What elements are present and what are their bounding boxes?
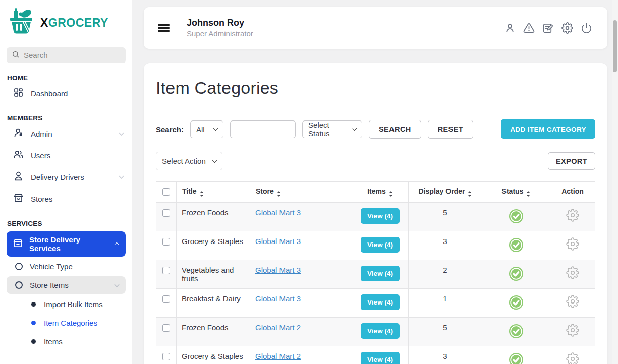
select-all-checkbox[interactable] [162,188,170,196]
row-checkbox[interactable] [162,209,170,217]
status-active-icon[interactable] [509,352,524,364]
chevron-down-icon [213,126,218,131]
row-settings-gear-icon[interactable] [566,352,579,364]
store-link[interactable]: Global Mart 2 [255,352,301,360]
store-link[interactable]: Global Mart 3 [255,266,301,274]
table-row: Vegetables and fruitsGlobal Mart 3View (… [156,260,595,289]
sidebar-search[interactable] [7,47,126,63]
store-link[interactable]: Global Mart 3 [255,237,301,246]
view-items-button[interactable]: View (4) [361,237,400,253]
column-header-display-order[interactable]: Display Order [409,182,482,203]
section-services: SERVICES [7,220,125,227]
circle-icon [15,263,23,270]
store-icon [13,193,24,205]
store-link[interactable]: Global Mart 3 [255,294,301,303]
settings-icon[interactable] [561,22,573,34]
row-checkbox[interactable] [162,267,170,274]
items-cell: View (4) [352,318,409,346]
sidebar-item-dashboard[interactable]: Dashboard [0,83,132,103]
column-header-store[interactable]: Store [250,182,352,203]
items-cell: View (4) [352,203,409,231]
row-checkbox[interactable] [162,324,170,332]
view-items-button[interactable]: View (4) [361,208,400,224]
sidebar-item-store-delivery-services[interactable]: Store Delivery Services [7,231,126,257]
select-value: All [196,125,205,134]
view-items-button[interactable]: View (4) [361,266,400,281]
reset-button[interactable]: RESET [428,120,473,139]
chevron-down-icon [119,174,124,179]
sidebar-item-label: Item Categories [44,319,97,327]
sidebar-item-item-categories[interactable]: Item Categories [0,314,132,332]
column-header-items[interactable]: Items [352,182,409,203]
action-cell [550,231,595,260]
bulk-action-select[interactable]: Select Action [156,152,222,170]
store-link[interactable]: Global Mart 2 [255,323,301,332]
table-row: Frozen FoodsGlobal Mart 3View (4)5 [156,203,595,231]
column-header-status[interactable]: Status [482,182,550,203]
row-settings-gear-icon[interactable] [566,324,579,338]
view-items-button[interactable]: View (4) [361,352,400,364]
form-edit-icon[interactable] [542,22,554,34]
title-cell: Frozen Foods [177,203,250,231]
row-settings-gear-icon[interactable] [566,237,579,252]
sidebar-item-delivery-drivers[interactable]: Delivery Drivers [0,167,132,187]
field-filter-select[interactable]: All [190,120,223,138]
logo-rest: GROCERY [48,16,108,29]
action-cell [550,318,595,346]
sidebar-item-label: Admin [31,130,52,138]
table-row: Breakfast & DairyGlobal Mart 3View (4)1 [156,289,595,318]
status-active-icon[interactable] [509,209,524,225]
row-checkbox[interactable] [162,353,170,360]
sidebar-item-items[interactable]: Items [0,332,132,351]
view-items-button[interactable]: View (4) [361,323,400,339]
display-order-cell: 1 [409,289,482,318]
hamburger-menu-icon[interactable] [158,23,170,33]
add-item-category-button[interactable]: ADD ITEM CATEGORY [501,119,595,139]
status-active-icon[interactable] [509,266,524,283]
store-cell: Global Mart 3 [250,289,352,318]
sidebar-item-import-bulk-items[interactable]: Import Bulk Items [0,295,132,314]
status-active-icon[interactable] [509,295,524,312]
sidebar-item-label: Dashboard [31,89,68,98]
store-link[interactable]: Global Mart 3 [255,208,301,217]
sidebar-item-users[interactable]: Users [0,145,132,165]
chevron-up-icon [115,242,120,248]
store-cell: Global Mart 3 [250,203,352,231]
bullet-icon [31,339,36,344]
page-scrollbar-track[interactable] [612,0,618,364]
search-icon [12,50,20,60]
sidebar-item-label: Stores [31,195,52,203]
page-scrollbar-thumb[interactable] [613,20,617,72]
row-settings-gear-icon[interactable] [566,266,579,281]
status-filter-select[interactable]: Select Status [302,120,362,138]
items-cell: View (4) [352,260,409,289]
logout-power-icon[interactable] [581,22,592,34]
action-cell [550,289,595,318]
sidebar-item-admin[interactable]: Admin [0,124,132,144]
status-active-icon[interactable] [509,324,524,340]
sidebar-item-vehicle-type[interactable]: Vehicle Type [0,258,132,275]
row-checkbox[interactable] [162,238,170,246]
sidebar-item-label: Store Items [30,281,69,289]
export-button[interactable]: EXPORT [548,152,595,170]
sort-icon [277,191,281,197]
sidebar-search-input[interactable] [24,51,121,59]
app-logo[interactable]: XGROCERY [0,0,132,41]
alert-icon[interactable] [523,22,535,34]
title-cell: Grocery & Staples [177,231,250,260]
title-cell: Frozen Foods [177,318,250,346]
sort-icon [468,191,472,197]
row-checkbox[interactable] [162,295,170,303]
search-text-input[interactable] [230,120,296,138]
view-items-button[interactable]: View (4) [361,294,400,310]
profile-icon[interactable] [504,22,516,34]
sidebar-item-stores[interactable]: Stores [0,189,132,209]
row-settings-gear-icon[interactable] [566,295,579,310]
column-header-title[interactable]: Title [177,182,250,203]
store-cell: Global Mart 2 [250,318,352,346]
status-active-icon[interactable] [509,237,524,254]
column-label: Display Order [419,187,465,195]
search-button[interactable]: SEARCH [369,120,421,139]
row-settings-gear-icon[interactable] [566,209,579,223]
sidebar-item-store-items[interactable]: Store Items [7,276,126,294]
